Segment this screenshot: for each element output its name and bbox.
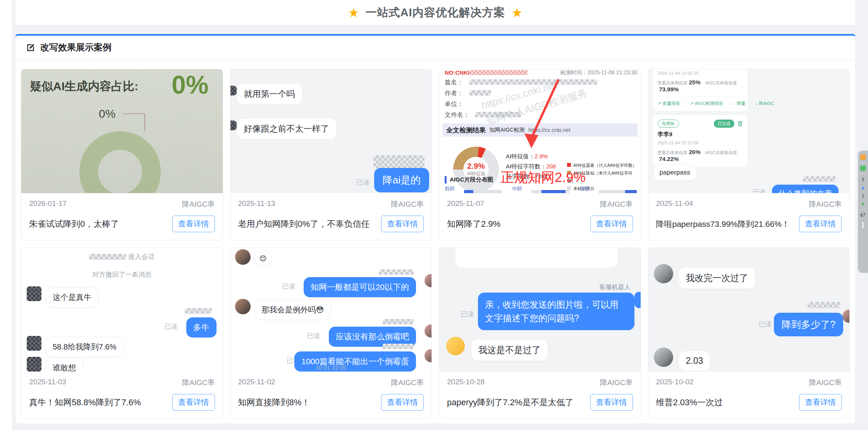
avatar [654,348,673,367]
case-title: 知网降了2.9% [447,218,500,230]
case-card: 我改完一次过了 已读 降到多少了? 2.03 2025-10-02降AIGC率 … [648,247,850,419]
case-date: 2025-11-13 [238,199,275,209]
hero-panel: ★ 一站式AI内容优化解决方案 ★ [15,0,856,26]
star-icon: ★ [512,7,523,19]
view-detail-button[interactable]: 查看详情 [172,216,215,232]
redacted-name [808,302,840,308]
case-screenshot-zhuque: 疑似AI生成内容占比: 0% 0% [21,69,223,193]
donut-chart [79,131,161,193]
view-detail-button[interactable]: 查看详情 [590,394,633,411]
donut-pointer-line [123,113,145,131]
redacted-name [379,269,414,275]
chat-bubble: 谁敢想 [45,358,83,372]
avatar [654,264,673,283]
avatar [230,86,237,96]
case-screenshot-chat: 接入会话 对方撤回了一条消息 这个是真牛 已读 多牛 58.8给我降到7.6% … [21,248,223,372]
case-grid: 疑似AI生成内容占比: 0% 0% 2026-01-17降AIGC率 朱雀试试降… [15,60,855,424]
arrow-up-icon: ▲ [861,185,865,190]
read-label: 已读 [307,331,320,340]
system-message: 对方撤回了一条消息 [21,270,223,279]
case-card: 😊 已读 知网一般都是可以20以下的 那我会是例外吗😳 已读 应该没有那么倒霉吧… [230,247,432,419]
page: ★ 一站式AI内容优化解决方案 ★ 改写效果展示案例 疑似AI生成内容占比: 0… [13,0,868,430]
donut-label: 0% [99,107,115,120]
avatar [446,337,465,355]
chat-bubble-blue: 什么类型的文章 [772,185,839,193]
read-label: 已读 [282,282,295,291]
case-tag: 降AIGC率 [600,199,633,209]
view-detail-button[interactable]: 查看详情 [799,394,842,411]
edit-icon [26,43,36,53]
avatar [27,336,41,351]
chat-bubble: 2.03 [679,351,711,371]
case-date: 2025-10-28 [447,378,485,388]
chat-bubble: 就用第一个吗 [237,83,303,105]
chat-bubble: 那我会是例外吗😳 [254,300,332,320]
case-tag: 降AIGC率 [600,378,633,388]
redacted-text [469,90,491,96]
case-title: 朱雀试试降到0，太棒了 [29,218,119,230]
case-tag: 降AIGC率 [182,199,215,209]
subcard-actions[interactable]: ↗ 查重报告↗ AIGC检测报告↓ 降重↓ 降AIGC [658,97,743,106]
previous-bubble-cut [455,248,617,268]
timestamp: 2025-11-04 22:55:25 [658,71,743,75]
emoji: 😳 [316,305,324,314]
section-title: 改写效果展示案例 [40,41,112,53]
chat-bubble-blue: 降到多少了? [774,313,843,336]
view-detail-button[interactable]: 查看详情 [590,216,633,232]
case-tag: 降AIGC率 [809,199,842,209]
bubble-cut [634,292,641,308]
system-message: 接入会话 [21,252,223,261]
chat-bubble: 好像跟之前不太一样了 [237,118,337,140]
page-title: 一站式AI内容优化解决方案 [366,5,505,21]
case-card: 接入会话 对方撤回了一条消息 这个是真牛 已读 多牛 58.8给我降到7.6% … [21,247,223,419]
view-detail-button[interactable]: 查看详情 [381,394,424,411]
case-card: 2025-11-04 22:55:25 查重总体相似度25%AIGC总体疑似度7… [648,69,850,240]
case-date: 2025-11-07 [447,199,484,209]
band-title: 全文检测结果 [446,126,486,135]
report-no: NO:CNKI [445,69,469,76]
showcase-panel: 改写效果展示案例 疑似AI生成内容占比: 0% 0% 2026-01-17降AI… [15,34,856,424]
chat-bubble-blue: 降ai是的 [374,168,429,192]
chat-timestamp: 10-31 22:00 [230,364,432,371]
chat-bubble-emoji: 😊 [254,251,272,266]
field-label: 文件名： [445,111,469,119]
case-date: 2025-11-03 [29,378,66,388]
widget-big-number: 1 [861,221,865,230]
widget-count: 67 [860,212,865,218]
case-date: 2025-11-02 [238,378,275,388]
case-title: 真牛！知网58.8%降到了7.6% [29,397,141,408]
view-detail-button[interactable]: 查看详情 [381,216,424,232]
chat-bubble: 我改完一次过了 [679,267,756,289]
chat-bubble-blue: 多牛 [186,317,217,337]
widget-green-icon[interactable] [860,166,866,171]
annotation-red: 正规知网2.9% [500,168,586,187]
case-screenshot-cnki-report: NO:CNKI 检测时间：2025-11-06 21:23:30 篇名： 作者：… [439,69,641,193]
trash-icon[interactable] [737,121,743,127]
field-label: 作者： [445,89,463,98]
case-title: 老用户知网降到0%了，不辜负信任 [238,218,370,230]
case-tag: 降AIGC率 [391,378,424,388]
case-tag: 降AIGC率 [182,378,215,388]
floating-side-widget[interactable]: 3 ▲ 1 ▼ 67 1 [858,151,868,273]
read-label: 已读 [356,178,370,187]
ai-ratio-caption: 疑似AI生成内容占比: [30,79,138,94]
bot-label: 客服机器人 [600,283,631,291]
avatar-cut [842,310,849,323]
case-date: 2025-10-02 [656,378,694,388]
paperpass-subcard: 免费版 已完成 李李9 2025-11-04 22:22:56 查重总体相似度2… [653,115,748,167]
case-screenshot-paperpass: 2025-11-04 22:55:25 查重总体相似度25%AIGC总体疑似度7… [648,69,850,193]
avatar [235,299,251,314]
read-label: 已读 [753,188,766,193]
view-detail-button[interactable]: 查看详情 [799,216,842,232]
doc-name: 李李9 [658,131,743,138]
field-label: 单位： [445,100,463,108]
redacted-name [383,319,414,324]
case-screenshot-chat: 就用第一个吗 好像跟之前不太一样了 已读 降ai是的 [230,69,432,193]
case-screenshot-service-chat: 客服机器人 已读 亲，收到您发送的图片啦，可以用文字描述下您的问题吗? 我这是不… [439,248,641,372]
done-badge: 已完成 [714,120,734,128]
redacted-name [803,176,835,182]
widget-orange-icon[interactable] [860,154,866,160]
chat-bubble: 58.8给我降到7.6% [45,337,124,357]
case-tag: 降AIGC率 [391,199,424,209]
view-detail-button[interactable]: 查看详情 [172,394,215,411]
